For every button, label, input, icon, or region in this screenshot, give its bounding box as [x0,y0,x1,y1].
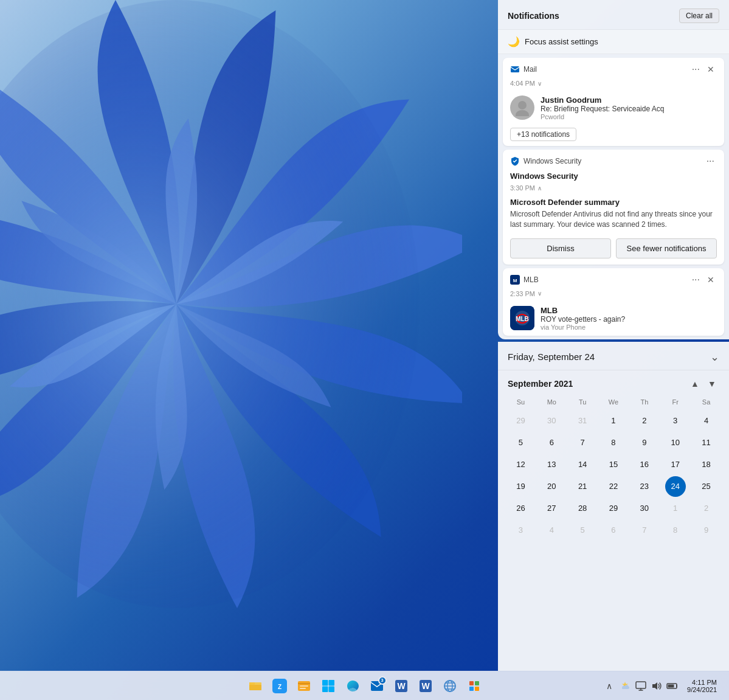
taskbar-mail-icon[interactable]: 3 [366,675,388,697]
taskbar-start-button[interactable] [317,675,339,697]
day-name-su: Su [505,396,536,408]
calendar-day-21-week4[interactable]: 21 [572,476,593,497]
mlb-logo-icon: MLB [510,306,534,330]
tray-display-icon[interactable] [634,679,648,693]
security-more-options-button[interactable]: ··· [704,154,717,168]
security-expand-chevron-icon[interactable]: ∧ [537,185,542,192]
taskbar-tools-icon[interactable] [463,675,485,697]
more-notifications-button[interactable]: +13 notifications [510,128,576,141]
day-name-mo: Mo [536,396,567,408]
calendar-day-3-week1[interactable]: 3 [665,411,686,431]
calendar-day-13-week3[interactable]: 13 [541,454,562,475]
calendar-day-9-week2[interactable]: 9 [634,432,655,453]
svg-rect-18 [322,680,328,686]
calendar-day-24-week4[interactable]: 24 [665,476,686,497]
calendar-day-29-other-week1[interactable]: 29 [510,411,531,431]
security-time-row: 3:30 PM ∧ [503,183,724,195]
calendar-day-18-week3[interactable]: 18 [696,454,717,475]
security-group-title-area: Windows Security [510,156,581,166]
calendar-weeks: 2930311234567891011121314151617181920212… [505,411,722,541]
right-panel: Notifications Clear all 🌙 Focus assist s… [498,0,729,671]
mlb-close-button[interactable]: ✕ [705,274,717,286]
mail-more-options-button[interactable]: ··· [689,63,702,76]
calendar-day-12-week3[interactable]: 12 [510,454,531,475]
calendar-day-4-week1[interactable]: 4 [696,411,717,431]
mlb-expand-chevron-icon[interactable]: ∨ [537,290,542,297]
svg-text:Z: Z [277,684,281,690]
focus-assist-settings-row[interactable]: 🌙 Focus assist settings [498,30,729,54]
calendar-month-header: September 2021 ▲ ▼ [498,370,729,396]
calendar-day-16-week3[interactable]: 16 [634,454,655,475]
calendar-day-7-week2[interactable]: 7 [572,432,593,453]
calendar-day-9-other-week6[interactable]: 9 [696,520,717,541]
calendar-day-27-week5[interactable]: 27 [541,498,562,519]
svg-rect-12 [249,685,261,690]
calendar-grid: Su Mo Tu We Th Fr Sa 2930311234567891011… [498,396,729,548]
mail-time-row: 4:04 PM ∨ [503,78,724,91]
calendar-week-2: 567891011 [505,432,722,453]
calendar-day-5-week2[interactable]: 5 [510,432,531,453]
svg-point-4 [516,110,529,116]
calendar-day-22-week4[interactable]: 22 [603,476,624,497]
calendar-day-8-other-week6[interactable]: 8 [665,520,686,541]
svg-rect-35 [475,687,479,691]
system-clock[interactable]: 4:11 PM 9/24/2021 [682,679,722,693]
calendar-day-20-week4[interactable]: 20 [541,476,562,497]
mail-expand-chevron-icon[interactable]: ∨ [537,80,542,87]
security-notification-content: Microsoft Defender summary Microsoft Def… [503,195,724,235]
taskbar-network-icon[interactable] [439,675,461,697]
calendar-day-2-other-week5[interactable]: 2 [696,498,717,519]
taskbar-file-explorer-icon[interactable] [244,675,266,697]
calendar-day-6-other-week6[interactable]: 6 [603,520,624,541]
calendar-day-30-week5[interactable]: 30 [634,498,655,519]
taskbar-file-manager-icon[interactable] [293,675,315,697]
tray-weather-icon[interactable] [618,679,632,693]
calendar-prev-button[interactable]: ▲ [688,376,702,391]
calendar-day-2-week1[interactable]: 2 [634,411,655,431]
taskbar-zoom-icon[interactable]: Z [269,675,291,697]
calendar-day-17-week3[interactable]: 17 [665,454,686,475]
calendar-day-7-other-week6[interactable]: 7 [634,520,655,541]
calendar-day-31-other-week1[interactable]: 31 [572,411,593,431]
mlb-notification-item[interactable]: MLB MLB ROY vote-getters - again? via Yo… [503,301,724,336]
mail-notification-item[interactable]: Justin Goodrum Re: Briefing Request: Ser… [503,91,724,125]
calendar-day-1-other-week5[interactable]: 1 [665,498,686,519]
calendar-day-25-week4[interactable]: 25 [696,476,717,497]
calendar-day-19-week4[interactable]: 19 [510,476,531,497]
see-fewer-notifications-button[interactable]: See fewer notifications [616,238,717,258]
mail-notification-content: Justin Goodrum Re: Briefing Request: Ser… [541,95,717,120]
mlb-app-name: MLB [523,275,539,284]
calendar-day-15-week3[interactable]: 15 [603,454,624,475]
calendar-day-6-week2[interactable]: 6 [541,432,562,453]
calendar-day-1-week1[interactable]: 1 [603,411,624,431]
taskbar-word-icon[interactable]: W [390,675,412,697]
mail-group-title-area: Mail [510,64,537,74]
calendar-day-8-week2[interactable]: 8 [603,432,624,453]
clear-all-button[interactable]: Clear all [679,9,719,23]
calendar-day-29-week5[interactable]: 29 [603,498,624,519]
calendar-day-28-week5[interactable]: 28 [572,498,593,519]
mlb-more-options-button[interactable]: ··· [689,273,702,286]
mail-sender-avatar [510,95,534,120]
calendar-day-5-other-week6[interactable]: 5 [572,520,593,541]
calendar-day-10-week2[interactable]: 10 [665,432,686,453]
calendar-day-11-week2[interactable]: 11 [696,432,717,453]
calendar-day-14-week3[interactable]: 14 [572,454,593,475]
calendar-day-3-other-week6[interactable]: 3 [510,520,531,541]
taskbar-word-alt-icon[interactable]: W [415,675,437,697]
mail-group-actions: ··· ✕ [689,63,717,76]
mail-close-button[interactable]: ✕ [705,63,717,75]
svg-text:MLB: MLB [516,316,529,322]
calendar-day-26-week5[interactable]: 26 [510,498,531,519]
dismiss-button[interactable]: Dismiss [510,238,611,258]
tray-volume-icon[interactable] [649,679,664,693]
svg-rect-34 [469,687,474,691]
tray-chevron-up-icon[interactable]: ∧ [602,679,617,693]
taskbar-edge-icon[interactable] [342,675,364,697]
calendar-day-23-week4[interactable]: 23 [634,476,655,497]
calendar-day-4-other-week6[interactable]: 4 [541,520,562,541]
tray-battery-icon[interactable] [665,679,680,693]
calendar-collapse-button[interactable]: ⌄ [710,350,719,364]
calendar-day-30-other-week1[interactable]: 30 [541,411,562,431]
calendar-next-button[interactable]: ▼ [705,376,719,391]
